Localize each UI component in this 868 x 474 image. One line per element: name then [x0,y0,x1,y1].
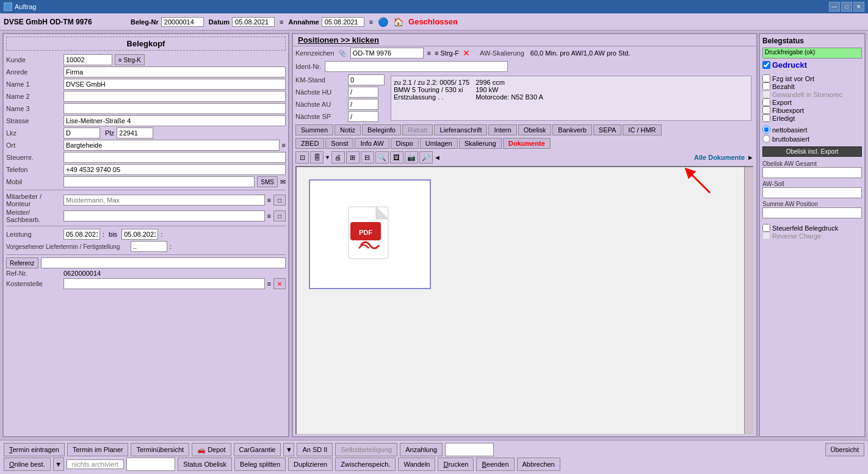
tab-sonst[interactable]: Sonst [325,138,353,149]
online-best-btn[interactable]: Online best. [4,458,51,471]
tab-dispo[interactable]: Dispo [391,138,419,149]
aw-soll-input[interactable] [762,187,862,198]
doc-scrollbar[interactable] [744,167,753,434]
name2-input[interactable] [63,91,286,102]
tab-obelisk[interactable]: Obelisk [518,124,552,135]
nav-right[interactable]: ► [747,154,754,161]
tool-archive[interactable]: 🗄 [310,151,324,163]
mitarbeiter-input[interactable] [63,195,265,206]
termin-planer-btn[interactable]: Termin im Planer [67,443,129,456]
obelisk-incl-btn[interactable]: Obelisk incl. Export [762,146,862,157]
tool-zoom[interactable]: 🔍 [375,151,389,163]
bezahlt-checkbox[interactable] [762,82,770,90]
mitarbeiter-btn[interactable]: □ [273,195,286,206]
drucken-btn[interactable]: Drucken [438,458,474,471]
car-garantie-btn[interactable]: CarGarantie [234,443,281,456]
duplizieren-btn[interactable]: Duplizieren [288,458,333,471]
mobil-input[interactable] [63,176,255,187]
erledigt-checkbox[interactable] [762,114,770,122]
tool-search2[interactable]: 🔎 [419,151,433,163]
email-icon[interactable]: ✉ [280,178,286,186]
tool-grid[interactable]: ⊟ [361,151,374,163]
telefon-input[interactable] [63,164,286,175]
kunde-input[interactable] [63,54,112,65]
terminuebersicht-btn[interactable]: Terminübersicht [131,443,189,456]
anrede-input[interactable] [63,66,286,77]
naechste-au-input[interactable] [348,99,378,110]
steuerfeld-checkbox[interactable] [762,224,770,232]
strg-k-button[interactable]: ≡ Strg-K [115,54,145,65]
km-input[interactable] [348,74,385,85]
fzg-checkbox[interactable] [762,74,770,82]
reverse-charge-checkbox[interactable] [762,232,770,240]
liefertermin-input[interactable] [131,241,167,252]
fibuexport-checkbox[interactable] [762,106,770,114]
gedruckt-checkbox[interactable] [762,61,770,69]
tool-print[interactable]: 🖨 [331,151,345,163]
ident-input[interactable] [325,61,508,72]
close-button[interactable]: ✕ [853,2,864,12]
strasse-input[interactable] [63,115,286,126]
nav-left[interactable]: ◄ [434,154,441,161]
tab-rabatt[interactable]: Rabatt [402,124,433,135]
car-garantie-dropdown[interactable]: ▼ [283,443,294,456]
kennzeichen-clear-btn[interactable]: ✕ [463,48,470,58]
kostenstelle-input[interactable] [63,278,265,289]
uebersicht-btn[interactable]: Übersicht [825,443,864,456]
maximize-button[interactable]: □ [841,2,852,12]
tab-notiz[interactable]: Notiz [335,124,361,135]
tab-summen[interactable]: Summen [295,124,333,135]
tab-intern[interactable]: Intern [488,124,516,135]
tab-lieferanschrift[interactable]: Lieferanschrift [434,124,487,135]
selbstbeteiligung-btn[interactable]: Selbstbeteiligung [335,443,397,456]
referenz-button[interactable]: Referenz [6,257,38,268]
tool-img2[interactable]: 📷 [405,151,418,163]
naechste-sp-input[interactable] [348,111,378,122]
tab-skalierung[interactable]: Skalierung [459,138,502,149]
name1-input[interactable] [63,79,286,90]
an-sd-ii-btn[interactable]: An SD II [297,443,333,456]
online-best-dropdown[interactable]: ▼ [53,458,64,471]
summe-aw-input[interactable] [762,207,862,218]
tool-img1[interactable]: 🖼 [390,151,403,163]
gewandelt-checkbox[interactable] [762,90,770,98]
tool-table[interactable]: ⊞ [346,151,360,163]
steuer-input[interactable] [63,152,286,163]
bruttobasiert-radio[interactable] [762,135,770,143]
beleg-splitten-btn[interactable]: Beleg splitten [234,458,286,471]
beenden-btn[interactable]: Beenden [476,458,514,471]
tab-ic-hmr[interactable]: IC / HMR [623,124,661,135]
termin-eintragen-btn[interactable]: Termin eintragen [4,443,65,456]
name3-input[interactable] [63,103,286,114]
leistung-to-input[interactable] [121,229,158,240]
bottom-extra-input[interactable] [126,458,175,471]
zwischenspeich-btn[interactable]: Zwischenspeich. [335,458,396,471]
tab-info-aw[interactable]: Info AW [355,138,389,149]
meister-input[interactable] [63,210,265,221]
status-obelisk-btn[interactable]: Status Obelisk [178,458,232,471]
kennzeichen-input[interactable] [350,48,424,59]
export-checkbox[interactable] [762,98,770,106]
extra-input[interactable] [445,443,494,456]
nettobasiert-radio[interactable] [762,126,770,134]
wandeln-btn[interactable]: Wandeln [398,458,435,471]
anzahlung-btn[interactable]: Anzahlung [400,443,443,456]
tab-umlagen[interactable]: Umlagen [420,138,458,149]
tab-beleginfo[interactable]: Beleginfo [362,124,401,135]
abbrechen-btn[interactable]: Abbrechen [517,458,560,471]
tab-dokumente[interactable]: Dokumente [503,138,551,149]
naechste-hu-input[interactable] [348,87,378,98]
tool-scan[interactable]: ⊡ [295,151,309,163]
leistung-from-input[interactable] [63,229,100,240]
tab-bankverb[interactable]: Bankverb [552,124,591,135]
plz-input[interactable] [117,127,153,138]
tab-zbed[interactable]: ZBED [295,138,324,149]
obelisk-aw-input[interactable] [762,167,862,178]
lkz-input[interactable] [63,127,100,138]
minimize-button[interactable]: — [829,2,840,12]
referenz-input[interactable] [41,257,286,268]
sms-button[interactable]: SMS [257,176,278,187]
ort-input[interactable] [63,140,280,151]
depot-btn[interactable]: 🚗 Depot [192,443,231,456]
kostenstelle-clear[interactable]: ✕ [273,278,286,289]
